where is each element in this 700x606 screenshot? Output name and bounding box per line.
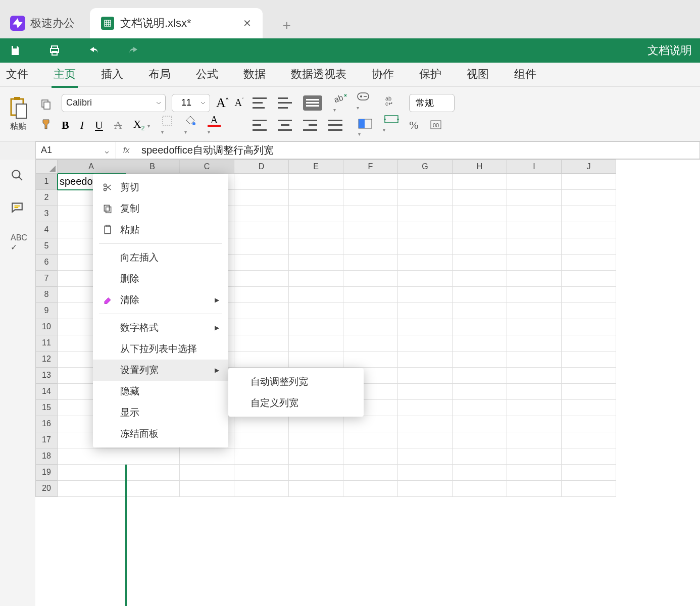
cell[interactable] (398, 448, 453, 465)
tab-home[interactable]: 主页 (52, 63, 78, 87)
ctx-number-format[interactable]: 数字格式 ▶ (93, 317, 228, 338)
comment-icon[interactable] (11, 201, 25, 215)
cell[interactable] (398, 351, 453, 368)
cell[interactable] (343, 271, 398, 287)
column-header[interactable]: J (562, 160, 616, 174)
ctx-delete[interactable]: 删除 (93, 268, 228, 289)
cell[interactable] (398, 368, 453, 384)
column-header[interactable]: C (180, 160, 234, 174)
number-format-select[interactable]: 常规 (409, 94, 455, 112)
cell[interactable] (507, 303, 562, 319)
cell[interactable] (125, 481, 180, 497)
cell[interactable] (453, 271, 507, 287)
cell[interactable] (398, 319, 453, 335)
cell[interactable] (343, 222, 398, 238)
border-button[interactable]: ▾ (161, 115, 173, 136)
cell[interactable] (562, 190, 616, 206)
accounting-button[interactable]: 00 (430, 120, 444, 131)
subscript-button[interactable]: X2 ▾ (133, 118, 150, 132)
row-header[interactable]: 5 (35, 238, 58, 255)
cell[interactable] (343, 287, 398, 303)
cell[interactable] (343, 319, 398, 335)
cell[interactable] (562, 465, 616, 481)
cell[interactable] (343, 206, 398, 222)
cell[interactable] (289, 465, 343, 481)
cell[interactable] (507, 368, 562, 384)
cell[interactable] (289, 287, 343, 303)
column-header[interactable]: B (125, 160, 180, 174)
cell[interactable] (289, 206, 343, 222)
cell[interactable] (343, 416, 398, 432)
ctx-paste[interactable]: 粘贴 (93, 219, 228, 240)
cell[interactable] (398, 481, 453, 497)
row-header[interactable]: 17 (35, 432, 58, 448)
cell[interactable] (343, 481, 398, 497)
cell[interactable] (289, 190, 343, 206)
cell[interactable] (507, 271, 562, 287)
cell[interactable] (507, 255, 562, 271)
align-justify-button[interactable] (328, 120, 342, 131)
cell[interactable] (234, 190, 289, 206)
cell[interactable] (234, 271, 289, 287)
cell[interactable] (453, 303, 507, 319)
row-header[interactable]: 14 (35, 384, 58, 400)
cell[interactable] (58, 481, 125, 497)
cell[interactable] (562, 448, 616, 465)
cell[interactable] (453, 319, 507, 335)
cell[interactable] (343, 448, 398, 465)
row-header[interactable]: 3 (35, 206, 58, 222)
tab-data[interactable]: 数据 (241, 63, 268, 87)
cell[interactable] (125, 448, 180, 465)
cell[interactable] (398, 271, 453, 287)
ctx-from-dropdown[interactable]: 从下拉列表中选择 (93, 338, 228, 360)
tab-insert[interactable]: 插入 (99, 63, 125, 87)
cell[interactable] (507, 190, 562, 206)
copy-icon[interactable] (39, 97, 53, 111)
column-header[interactable]: F (343, 160, 398, 174)
cell[interactable] (507, 238, 562, 255)
row-header[interactable]: 10 (35, 319, 58, 335)
sub-autofit-column[interactable]: 自动调整列宽 (228, 371, 364, 392)
row-header[interactable]: 9 (35, 303, 58, 319)
cell[interactable] (289, 432, 343, 448)
fx-label[interactable]: fx (116, 141, 136, 159)
cell[interactable] (343, 238, 398, 255)
cell[interactable] (289, 222, 343, 238)
cell[interactable] (58, 465, 125, 481)
cell[interactable] (507, 448, 562, 465)
cell[interactable] (562, 287, 616, 303)
cell[interactable] (180, 448, 234, 465)
strikethrough-button[interactable]: A (114, 119, 122, 132)
cell[interactable] (343, 351, 398, 368)
align-bottom-button[interactable] (303, 95, 322, 111)
ctx-freeze-panes[interactable]: 冻结面板 (93, 423, 228, 444)
cell[interactable] (398, 255, 453, 271)
row-header[interactable]: 2 (35, 190, 58, 206)
cell[interactable] (507, 335, 562, 351)
cell[interactable] (562, 303, 616, 319)
font-color-button[interactable]: A▾ (208, 114, 221, 136)
tab-layout[interactable]: 布局 (146, 63, 173, 87)
cell[interactable] (507, 222, 562, 238)
cell[interactable] (234, 174, 289, 190)
cell[interactable] (234, 238, 289, 255)
cell[interactable] (234, 222, 289, 238)
cell[interactable] (398, 222, 453, 238)
cell[interactable] (453, 368, 507, 384)
cell[interactable] (234, 432, 289, 448)
cell[interactable] (289, 303, 343, 319)
cell[interactable] (507, 287, 562, 303)
cell[interactable] (507, 384, 562, 400)
cell-reference-box[interactable]: A1 ⌄ (35, 141, 116, 159)
cell[interactable] (398, 384, 453, 400)
cell[interactable] (343, 335, 398, 351)
cell[interactable] (398, 400, 453, 416)
ctx-insert-left[interactable]: 向左插入 (93, 247, 228, 268)
cell[interactable] (180, 481, 234, 497)
cell[interactable] (562, 351, 616, 368)
cell[interactable] (234, 465, 289, 481)
cell[interactable] (562, 174, 616, 190)
merge-button[interactable]: ▾ (358, 119, 372, 138)
tab-file[interactable]: 文件 (4, 63, 30, 87)
cell[interactable] (453, 465, 507, 481)
